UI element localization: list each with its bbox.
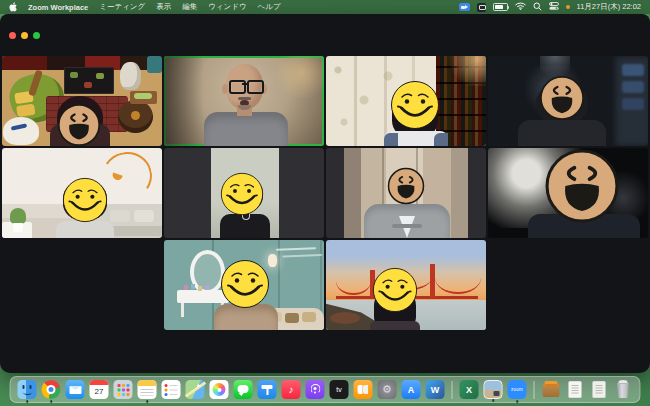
smiley-emoji-overlay [62,177,108,227]
dock-item-launchpad[interactable] [114,380,133,399]
video-tile-golden-gate[interactable] [326,240,486,330]
spotlight-search-icon[interactable] [533,2,542,13]
wifi-icon[interactable] [515,2,526,12]
dock-item-zoom[interactable]: zoom [508,380,527,399]
dock-item-system-settings[interactable]: ⚙ [378,380,397,399]
control-center-icon[interactable] [549,2,559,12]
menu-item[interactable]: ヘルプ [258,2,281,12]
video-tile-curtain-bookshelf[interactable] [326,56,486,146]
dock-item-music[interactable]: ♪ [282,380,301,399]
dock-item-messages[interactable] [234,380,253,399]
dock-item-podcasts[interactable] [306,380,325,399]
dock-item-trash[interactable] [614,380,633,399]
fullscreen-button[interactable] [33,32,40,39]
running-indicator-dot [26,400,29,403]
video-tile-office-blur[interactable] [326,148,486,238]
dock-item-excel[interactable]: X [460,380,479,399]
desktop: Zoom Workplace ミーティング表示編集ウィンドウヘルプ 11月27日… [0,0,650,406]
menu-item[interactable]: ミーティング [99,2,145,12]
dock-item-photos[interactable] [210,380,229,399]
apple-menu-icon[interactable] [9,2,18,12]
screen-indicator-icon[interactable] [477,3,486,12]
running-indicator-dot [492,399,495,402]
status-area: 11月27日(木) 22:02 [459,2,641,13]
zoom-video-status-icon[interactable] [459,3,470,11]
video-tile-pillarboxed[interactable] [164,148,324,238]
dock-item-finder[interactable] [18,380,37,399]
smiley-emoji-overlay [220,259,270,313]
video-tile-living-room[interactable] [2,148,162,238]
dock-item-books[interactable] [354,380,373,399]
video-tile-active-speaker[interactable] [164,56,324,146]
video-tile-teal-room[interactable] [164,240,324,330]
traffic-lights [9,32,40,39]
menu-app-name[interactable]: Zoom Workplace [28,3,88,12]
laughing-emoji-overlay [387,167,425,209]
dock-item-calendar[interactable]: 27 [90,380,109,399]
dock-item-document-1[interactable] [566,380,585,399]
video-tile-dark-window-light[interactable] [488,148,648,238]
dock: 27 ♪ tv ⚙ A W X zoom [10,376,641,403]
running-indicator-dot [516,400,519,403]
smiley-emoji-overlay [372,267,418,317]
smiley-emoji-overlay [390,80,440,134]
menu-item[interactable]: 編集 [182,2,197,12]
dock-item-word[interactable]: W [426,380,445,399]
recording-dot-icon [566,5,570,9]
dock-item-keynote[interactable] [258,380,277,399]
menu-bar-clock[interactable]: 11月27日(木) 22:02 [577,2,641,12]
dock-item-app-store[interactable]: A [402,380,421,399]
dock-item-window-preview[interactable] [484,380,503,399]
minimize-button[interactable] [21,32,28,39]
close-button[interactable] [9,32,16,39]
dock-item-maps[interactable] [186,380,205,399]
dock-separator [452,381,453,399]
running-indicator-dot [50,400,53,403]
running-indicator-dot [146,400,149,403]
menu-item[interactable]: 表示 [156,2,171,12]
menu-bar: Zoom Workplace ミーティング表示編集ウィンドウヘルプ 11月27日… [0,0,650,14]
dock-item-apple-tv[interactable]: tv [330,380,349,399]
menu-item[interactable]: ウィンドウ [208,2,246,12]
video-tile-dark-room[interactable] [488,56,648,146]
dock-item-downloads-box[interactable] [542,380,561,399]
dock-item-chrome[interactable] [42,380,61,399]
laughing-emoji-overlay [57,103,101,146]
smiley-emoji-overlay [220,172,264,220]
video-tile-dinner-table[interactable] [2,56,162,146]
dock-item-notes[interactable] [138,380,157,399]
laughing-emoji-overlay [539,75,585,125]
battery-icon[interactable] [493,3,508,11]
dock-separator [534,381,535,399]
dock-item-reminders[interactable] [162,380,181,399]
dock-item-document-2[interactable] [590,380,609,399]
laughing-emoji-overlay [544,148,620,228]
menu-items: Zoom Workplace ミーティング表示編集ウィンドウヘルプ [28,2,281,12]
dock-item-mail[interactable] [66,380,85,399]
